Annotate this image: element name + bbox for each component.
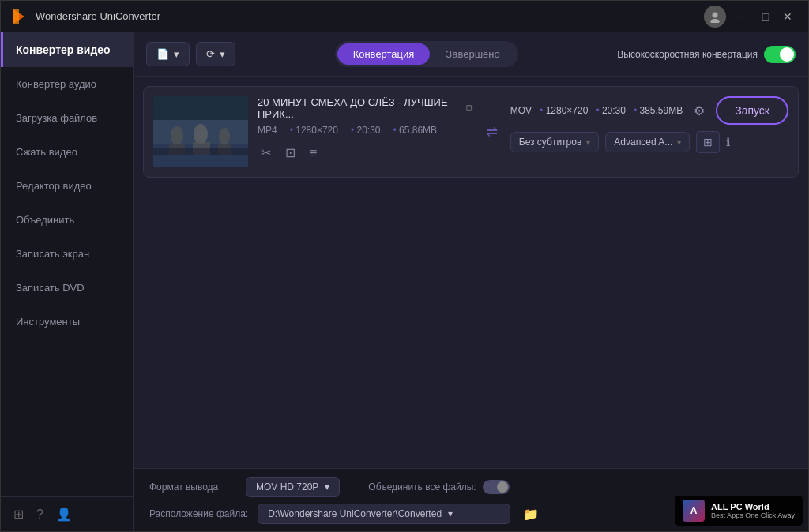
output-format: MOV — [510, 105, 532, 116]
input-size: 65.86MB — [393, 125, 438, 136]
convert-options-icon: ⟳ — [206, 48, 215, 60]
merge-label: Объединить все файлы: — [368, 481, 476, 493]
toolbar: 📄 ▾ ⟳ ▾ Конвертация Завершено — [134, 32, 808, 77]
tab-convert[interactable]: Конвертация — [337, 43, 431, 65]
effects-tool-btn[interactable]: ≡ — [307, 144, 320, 162]
speed-label: Высокоскоростная конвертация — [617, 49, 758, 60]
output-top: MOV 1280×720 20:30 385.59MB ⚙ Запуск — [510, 96, 788, 125]
output-settings: MOV 1280×720 20:30 385.59MB ⚙ Запуск Без… — [510, 96, 788, 153]
add-file-button[interactable]: 📄 ▾ — [146, 42, 190, 66]
svg-rect-14 — [153, 148, 248, 155]
add-file-label: ▾ — [174, 48, 179, 60]
output-bottom: Без субтитров ▾ Advanced A... ▾ ⊞ ℹ — [510, 131, 788, 153]
sidebar-bottom: ⊞ ? 👤 — [1, 496, 133, 531]
add-file-icon: 📄 — [156, 48, 169, 60]
watermark-subtitle: Best Apps One Click Away — [711, 511, 795, 519]
main-layout: Конвертер видео Конвертер аудио Загрузка… — [1, 32, 808, 531]
app-window: Wondershare UniConverter ─ □ ✕ Конвертер… — [0, 0, 809, 532]
file-title: 20 МИНУТ СМЕХА ДО СЛЁЗ - ЛУЧШИЕ ПРИК... — [258, 96, 460, 120]
user-icon[interactable]: 👤 — [56, 507, 72, 522]
svg-point-3 — [710, 19, 720, 23]
app-logo — [10, 8, 28, 25]
merge-toggle-switch[interactable] — [483, 480, 510, 494]
svg-point-10 — [219, 128, 230, 145]
svg-marker-1 — [13, 9, 19, 24]
file-title-row: 20 МИНУТ СМЕХА ДО СЛЁЗ - ЛУЧШИЕ ПРИК... … — [258, 96, 473, 120]
svg-point-9 — [194, 124, 208, 144]
sidebar-item-merge[interactable]: Объединить — [1, 203, 133, 237]
tab-group: Конвертация Завершено — [335, 41, 518, 67]
subtitle-dropdown[interactable]: Без субтитров ▾ — [510, 132, 600, 152]
merge-files-toggle-area: Объединить все файлы: — [368, 480, 509, 494]
output-duration: 20:30 — [596, 105, 626, 116]
format-row: Формат вывода MOV HD 720P ▾ Объединить в… — [149, 477, 792, 497]
format-select-button[interactable]: MOV HD 720P ▾ — [246, 477, 340, 497]
file-meta-input: MP4 1280×720 20:30 65.86MB — [258, 125, 473, 136]
file-thumbnail — [153, 96, 248, 167]
format-output-label: Формат вывода — [149, 481, 236, 493]
format-chevron-icon: ▾ — [325, 481, 329, 493]
watermark-badge: A ALL PC World Best Apps One Click Away — [675, 496, 803, 526]
toggle-knob — [780, 47, 794, 62]
help-icon[interactable]: ? — [36, 508, 43, 522]
thumbnail-image — [153, 96, 248, 167]
cut-tool-btn[interactable]: ✂ — [258, 144, 274, 162]
svg-rect-5 — [153, 96, 248, 120]
browse-folder-button[interactable]: 📁 — [520, 505, 542, 523]
start-convert-button[interactable]: Запуск — [716, 96, 788, 125]
sidebar-item-burn-dvd[interactable]: Записать DVD — [1, 271, 133, 305]
output-meta: MOV 1280×720 20:30 385.59MB — [510, 105, 683, 116]
info-button[interactable]: ℹ — [726, 136, 730, 148]
convert-options-chevron: ▾ — [220, 48, 225, 60]
merge-toggle-knob — [497, 481, 508, 493]
grid-icon[interactable]: ⊞ — [13, 507, 24, 522]
sidebar: Конвертер видео Конвертер аудио Загрузка… — [1, 32, 134, 531]
user-avatar-btn[interactable] — [704, 6, 726, 28]
content-area: 📄 ▾ ⟳ ▾ Конвертация Завершено — [134, 32, 808, 531]
convert-options-button[interactable]: ⟳ ▾ — [196, 42, 235, 66]
maximize-button[interactable]: □ — [754, 6, 777, 28]
sidebar-item-video-converter[interactable]: Конвертер видео — [1, 32, 133, 67]
convert-direction-icon: ⇌ — [483, 123, 501, 140]
file-info: 20 МИНУТ СМЕХА ДО СЛЁЗ - ЛУЧШИЕ ПРИК... … — [258, 96, 473, 162]
sidebar-item-audio-converter[interactable]: Конвертер аудио — [1, 67, 133, 101]
audio-chevron-icon: ▾ — [677, 138, 681, 147]
output-size: 385.59MB — [634, 105, 683, 116]
audio-dropdown[interactable]: Advanced A... ▾ — [605, 132, 690, 152]
crop-tool-btn[interactable]: ⊡ — [282, 144, 299, 162]
input-resolution: 1280×720 — [290, 125, 338, 136]
sidebar-item-download[interactable]: Загрузка файлов — [1, 101, 133, 135]
svg-point-2 — [713, 12, 718, 17]
file-path-select[interactable]: D:\Wondershare UniConverter\Converted ▾ — [258, 504, 510, 524]
subtitle-chevron-icon: ▾ — [586, 138, 590, 147]
sidebar-item-editor[interactable]: Редактор видео — [1, 169, 133, 203]
sidebar-item-tools[interactable]: Инструменты — [1, 305, 133, 339]
svg-point-8 — [171, 126, 183, 145]
open-file-icon[interactable]: ⧉ — [466, 103, 473, 114]
speed-toggle-area: Высокоскоростная конвертация — [617, 46, 796, 63]
title-bar: Wondershare UniConverter ─ □ ✕ — [1, 1, 808, 32]
file-list-area: 20 МИНУТ СМЕХА ДО СЛЁЗ - ЛУЧШИЕ ПРИК... … — [134, 77, 808, 468]
input-format: MP4 — [258, 125, 277, 136]
output-settings-gear-btn[interactable]: ⚙ — [690, 100, 708, 122]
path-chevron-icon: ▾ — [448, 508, 453, 519]
speed-toggle[interactable] — [764, 46, 796, 63]
output-resolution: 1280×720 — [540, 105, 588, 116]
sidebar-item-compress[interactable]: Сжать видео — [1, 135, 133, 169]
file-path-label: Расположение файла: — [149, 508, 248, 519]
minimize-button[interactable]: ─ — [732, 6, 754, 28]
close-button[interactable]: ✕ — [777, 6, 799, 28]
input-duration: 20:30 — [351, 125, 381, 136]
file-card: 20 МИНУТ СМЕХА ДО СЛЁЗ - ЛУЧШИЕ ПРИК... … — [143, 86, 799, 178]
app-title: Wondershare UniConverter — [36, 10, 704, 22]
sidebar-item-record-screen[interactable]: Записать экран — [1, 237, 133, 271]
preview-button[interactable]: ⊞ — [696, 131, 720, 153]
file-tools: ✂ ⊡ ≡ — [258, 144, 473, 162]
watermark-title: ALL PC World — [711, 502, 795, 511]
tab-done[interactable]: Завершено — [430, 43, 515, 65]
